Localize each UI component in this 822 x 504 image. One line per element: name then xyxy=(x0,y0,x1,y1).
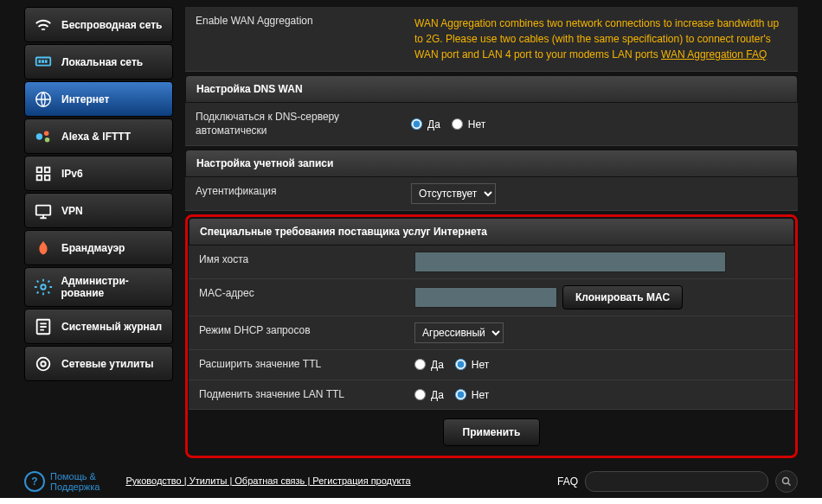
hostname-input[interactable] xyxy=(414,252,726,272)
apply-button[interactable]: Применить xyxy=(443,418,541,446)
ttl-lan-label: Подменить значение LAN TTL xyxy=(189,380,404,410)
isp-section-header: Специальные требования поставщика услуг … xyxy=(189,218,794,246)
vpn-icon xyxy=(32,200,55,222)
dhcp-label: Режим DHCP запросов xyxy=(189,316,404,349)
faq-label: FAQ xyxy=(557,475,578,488)
sidebar-item-tools[interactable]: Сетевые утилиты xyxy=(24,346,173,381)
mac-label: MAC-адрес xyxy=(189,279,404,316)
sidebar-item-admin[interactable]: Администри- рование xyxy=(24,267,173,307)
svg-point-6 xyxy=(44,131,48,136)
wan-faq-link[interactable]: WAN Aggregation FAQ xyxy=(661,48,767,61)
sidebar-item-vpn[interactable]: VPN xyxy=(24,193,173,228)
sidebar-item-lan[interactable]: Локальная сеть xyxy=(24,44,173,80)
help-text: Помощь &Поддержка xyxy=(50,471,100,492)
dns-radio-group: ДаНет xyxy=(411,118,494,131)
tools-icon xyxy=(32,353,55,375)
svg-rect-8 xyxy=(37,167,42,172)
ttl-ext-label: Расширить значение TTL xyxy=(189,350,404,380)
ttl-lan-yes-radio[interactable] xyxy=(414,389,426,400)
mac-input[interactable] xyxy=(414,287,557,308)
footer: ? Помощь &Поддержка Руководство | Утилит… xyxy=(0,465,822,498)
svg-rect-11 xyxy=(45,175,50,180)
firewall-icon xyxy=(32,237,55,259)
footer-links[interactable]: Руководство | Утилиты | Обратная связь |… xyxy=(125,475,410,488)
sidebar-item-ipv6[interactable]: IPv6 xyxy=(24,156,173,191)
svg-point-17 xyxy=(783,478,789,484)
globe-icon xyxy=(32,88,55,111)
sidebar-item-label: Системный журнал xyxy=(61,321,162,333)
svg-point-15 xyxy=(41,361,46,367)
svg-rect-12 xyxy=(36,205,51,214)
svg-rect-2 xyxy=(42,60,44,63)
sidebar-item-internet[interactable]: Интернет xyxy=(24,81,173,117)
auth-select[interactable]: Отсутствует xyxy=(411,183,496,204)
sidebar-item-wireless[interactable]: Беспроводная сеть xyxy=(24,7,173,42)
dhcp-row: Режим DHCP запросов Агрессивный xyxy=(189,316,794,350)
ttl-ext-yes-radio[interactable] xyxy=(414,359,426,370)
copyright: 2019 ASUSTeK Computer Inc. Все права защ… xyxy=(0,498,822,504)
svg-point-13 xyxy=(41,284,46,290)
dns-section-header: Настройка DNS WAN xyxy=(185,75,798,103)
ttl-lan-row: Подменить значение LAN TTL ДаНет xyxy=(189,380,794,411)
dns-yes-radio[interactable] xyxy=(411,118,422,130)
account-section-header: Настройка учетной записи xyxy=(185,150,798,177)
help-icon[interactable]: ? xyxy=(24,471,45,492)
ttl-ext-no-radio[interactable] xyxy=(455,359,466,370)
alexa-icon xyxy=(32,125,55,148)
sidebar-item-syslog[interactable]: Системный журнал xyxy=(24,309,173,344)
wan-aggregation-row: Enable WAN Aggregation WAN Aggregation c… xyxy=(185,7,798,72)
sidebar-item-label: Сетевые утилиты xyxy=(61,358,154,370)
sidebar-item-firewall[interactable]: Брандмауэр xyxy=(24,230,173,265)
sidebar-item-label: Интернет xyxy=(61,93,109,105)
sidebar-item-label: Локальная сеть xyxy=(61,56,143,68)
faq-input[interactable] xyxy=(585,471,768,492)
ipv6-icon xyxy=(32,163,55,185)
wan-info: WAN Aggregation combines two network con… xyxy=(411,13,787,65)
dns-connect-label: Подключаться к DNS-серверу автоматически xyxy=(185,103,401,145)
sidebar-item-label: Alexa & IFTTT xyxy=(61,131,131,143)
log-icon xyxy=(32,316,55,338)
svg-rect-9 xyxy=(45,167,50,172)
sidebar-item-label: Администри- рование xyxy=(61,275,172,299)
sidebar-item-label: Беспроводная сеть xyxy=(61,19,162,31)
lan-icon xyxy=(32,51,55,73)
auth-label: Аутентификация xyxy=(185,177,401,210)
svg-rect-3 xyxy=(45,60,48,63)
admin-icon xyxy=(32,276,54,298)
search-button[interactable] xyxy=(775,470,798,493)
wan-label: Enable WAN Aggregation xyxy=(185,7,401,71)
sidebar-item-alexa[interactable]: Alexa & IFTTT xyxy=(24,118,173,154)
ttl-ext-row: Расширить значение TTL ДаНет xyxy=(189,350,794,380)
sidebar-item-label: VPN xyxy=(61,205,83,217)
wifi-icon xyxy=(32,14,55,36)
hostname-label: Имя хоста xyxy=(189,246,404,278)
dhcp-select[interactable]: Агрессивный xyxy=(414,322,504,343)
hostname-row: Имя хоста xyxy=(189,246,794,279)
svg-point-5 xyxy=(36,133,42,139)
svg-rect-1 xyxy=(39,60,42,63)
auth-row: Аутентификация Отсутствует xyxy=(185,177,798,211)
sidebar-item-label: Брандмауэр xyxy=(61,242,125,254)
isp-highlight-box: Специальные требования поставщика услуг … xyxy=(185,214,798,458)
svg-point-16 xyxy=(37,357,50,370)
svg-point-7 xyxy=(45,137,50,142)
clone-mac-button[interactable]: Клонировать MAC xyxy=(562,285,683,309)
ttl-lan-no-radio[interactable] xyxy=(455,389,466,400)
sidebar-item-label: IPv6 xyxy=(61,168,83,180)
sidebar: Беспроводная сеть Локальная сеть Интерне… xyxy=(24,7,173,465)
dns-no-radio[interactable] xyxy=(452,118,463,130)
main-content: Enable WAN Aggregation WAN Aggregation c… xyxy=(185,7,798,465)
mac-row: MAC-адрес Клонировать MAC xyxy=(189,279,794,316)
dns-connect-row: Подключаться к DNS-серверу автоматически… xyxy=(185,103,798,146)
svg-rect-10 xyxy=(37,175,42,180)
